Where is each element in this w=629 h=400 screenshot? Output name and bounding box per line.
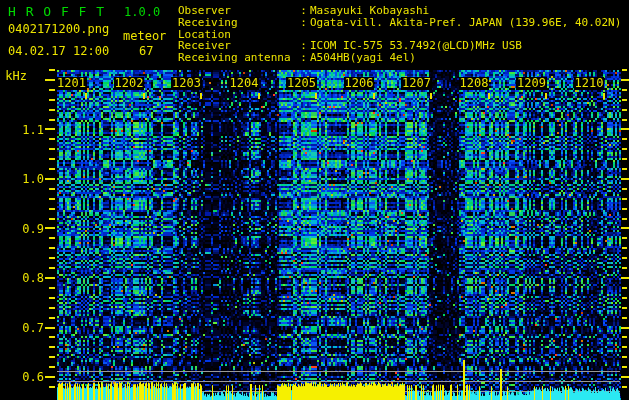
freq-label-1.1: 1.1 [20, 124, 44, 136]
freq-label-0.6: 0.6 [20, 371, 44, 383]
time-label-1208: 1208 [459, 77, 490, 90]
time-label-1207: 1207 [401, 77, 432, 90]
time-label-1205: 1205 [286, 77, 317, 90]
app-version: 1.0.0 [124, 5, 160, 19]
info-label: Receiving Location [178, 17, 297, 41]
info-separator: : [297, 52, 310, 64]
station-info-block: Observer:Masayuki KobayashiReceiving Loc… [178, 5, 621, 64]
echo-count: 67 [139, 44, 153, 58]
time-label-1201: 1201 [56, 77, 87, 90]
info-label: Receiving antenna [178, 52, 297, 64]
time-label-1206: 1206 [344, 77, 375, 90]
info-separator: : [297, 17, 310, 41]
freq-label-1.0: 1.0 [20, 173, 44, 185]
freq-label-0.8: 0.8 [20, 272, 44, 284]
freq-label-0.9: 0.9 [20, 223, 44, 235]
time-label-1210: 1210 [574, 77, 605, 90]
info-value: Ogata-vill. Akita-Pref. JAPAN (139.96E, … [310, 17, 621, 41]
y-axis-unit-label: kHz [3, 70, 27, 82]
time-label-1203: 1203 [171, 77, 202, 90]
mode-label: meteor [123, 29, 166, 43]
info-value: A504HB(yagi 4el) [310, 52, 416, 64]
info-row: Receiving Location:Ogata-vill. Akita-Pre… [178, 17, 621, 41]
app-title: H R O F F T [8, 4, 105, 19]
time-label-1204: 1204 [229, 77, 260, 90]
time-label-1202: 1202 [114, 77, 145, 90]
hrofft-output-screen: H R O F F T 1.0.0 0402171200.png meteor … [0, 0, 629, 400]
freq-label-0.7: 0.7 [20, 322, 44, 334]
time-label-1209: 1209 [516, 77, 547, 90]
datetime-label: 04.02.17 12:00 [8, 44, 109, 58]
output-filename: 0402171200.png [8, 22, 109, 36]
info-row: Receiving antenna:A504HB(yagi 4el) [178, 52, 621, 64]
